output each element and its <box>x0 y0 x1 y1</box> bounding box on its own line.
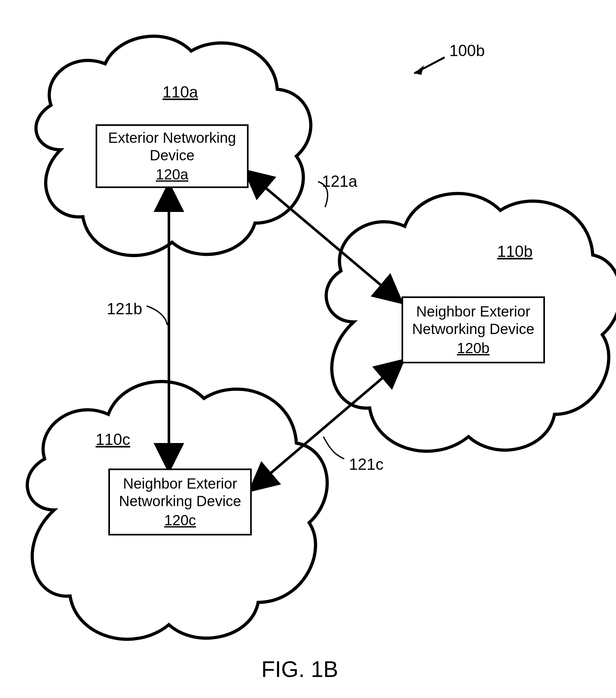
box-120b-line1: Neighbor Exterior <box>416 303 530 320</box>
box-120c-line2: Networking Device <box>119 492 241 510</box>
figure-title: FIG. 1B <box>261 657 338 682</box>
box-120c-ref: 120c <box>164 512 196 529</box>
box-120a-ref: 120a <box>156 166 188 183</box>
ref-110c: 110c <box>96 430 130 449</box>
box-120b: Neighbor Exterior Networking Device 120b <box>402 296 545 363</box>
ref-110a: 110a <box>163 83 198 101</box>
link-121a <box>247 172 400 301</box>
ref-121a: 121a <box>322 172 357 191</box>
box-120b-line2: Networking Device <box>412 320 534 338</box>
box-120c-line1: Neighbor Exterior <box>123 475 237 492</box>
box-120b-ref: 120b <box>457 339 489 357</box>
ref-110b: 110b <box>497 242 532 261</box>
box-120a-line2: Device <box>150 146 195 164</box>
box-120c: Neighbor Exterior Networking Device 120c <box>108 469 252 535</box>
leader-121b <box>146 306 167 325</box>
ref-121c: 121c <box>349 455 383 474</box>
box-120a-line1: Exterior Networking <box>108 129 236 146</box>
leader-121c <box>323 437 344 459</box>
ref-100b: 100b <box>449 41 485 60</box>
box-120a: Exterior Networking Device 120a <box>96 124 249 188</box>
ref-121b: 121b <box>107 299 142 318</box>
